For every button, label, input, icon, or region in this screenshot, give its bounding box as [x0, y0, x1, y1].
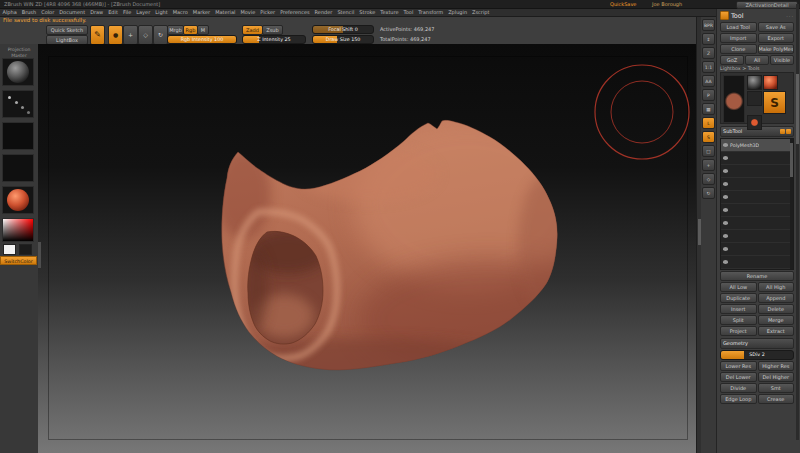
actual-icon[interactable]: 1:1: [702, 61, 715, 73]
visibility-eye-icon[interactable]: [723, 221, 728, 225]
menu-zplugin[interactable]: Zplugin: [446, 9, 470, 16]
menu-draw[interactable]: Draw: [88, 9, 106, 16]
sdiv-slider[interactable]: SDiv 2: [720, 350, 794, 360]
tool-visible-button[interactable]: Visible: [770, 55, 794, 65]
panel-scrollbar[interactable]: [796, 4, 799, 440]
subtool-delete-button[interactable]: Delete: [758, 304, 795, 314]
subtool-insert-button[interactable]: Insert: [720, 304, 757, 314]
geometry-lower-res-button[interactable]: Lower Res: [720, 361, 757, 371]
subtool-item-3[interactable]: [721, 178, 793, 191]
geometry-del-higher-button[interactable]: Del Higher: [758, 372, 795, 382]
viewport-canvas[interactable]: [38, 44, 696, 453]
subtool-all-low-button[interactable]: All Low: [720, 282, 757, 292]
menu-file[interactable]: File: [120, 9, 133, 16]
menu-alpha[interactable]: Alpha: [0, 9, 19, 16]
draw-size-slider[interactable]: Draw Size 150: [312, 35, 374, 44]
tool-make-polymesh3d-button[interactable]: Make PolyMesh3D: [758, 44, 795, 54]
quicksave-button[interactable]: QuickSave: [610, 0, 636, 8]
simplebrush-thumbnail[interactable]: S: [763, 91, 786, 114]
texture-thumbnail[interactable]: [2, 154, 34, 182]
tool-import-button[interactable]: Import: [720, 33, 757, 43]
switch-color-button[interactable]: SwitchColor: [0, 256, 37, 265]
subtool-project-button[interactable]: Project: [720, 326, 757, 336]
menu-marker[interactable]: Marker: [190, 9, 212, 16]
subtool-duplicate-button[interactable]: Duplicate: [720, 293, 757, 303]
material-thumbnail[interactable]: [2, 186, 34, 214]
subtool-merge-button[interactable]: Merge: [758, 315, 795, 325]
aahalf-icon[interactable]: AA: [702, 75, 715, 87]
visibility-eye-icon[interactable]: [723, 247, 728, 251]
menu-color[interactable]: Color: [39, 9, 57, 16]
move-icon[interactable]: +: [702, 159, 715, 171]
geometry-crease-button[interactable]: Crease: [758, 394, 795, 404]
subtool-item-1[interactable]: [721, 152, 793, 165]
menu-preferences[interactable]: Preferences: [278, 9, 312, 16]
subtool-rename-button[interactable]: Rename: [720, 271, 794, 281]
palette-menu-dots-icon[interactable]: ···: [786, 13, 794, 19]
tool-save-as-button[interactable]: Save As: [758, 22, 795, 32]
floor-icon[interactable]: ▦: [702, 103, 715, 115]
stroke-thumbnail[interactable]: [2, 90, 34, 118]
bpr-icon[interactable]: BPR: [702, 19, 715, 31]
tool-export-button[interactable]: Export: [758, 33, 795, 43]
subtool-split-button[interactable]: Split: [720, 315, 757, 325]
subtool-item-0[interactable]: PolyMesh3D: [721, 139, 793, 152]
menu-macro[interactable]: Macro: [170, 9, 190, 16]
quick-sketch-button[interactable]: Quick Sketch: [46, 25, 88, 35]
subtool-extract-button[interactable]: Extract: [758, 326, 795, 336]
visibility-eye-icon[interactable]: [723, 169, 728, 173]
sculpt-model[interactable]: [208, 119, 618, 390]
menu-texture[interactable]: Texture: [378, 9, 401, 16]
color-picker[interactable]: [2, 218, 34, 242]
main-color-swatch[interactable]: [3, 244, 16, 255]
alpha-thumbnail[interactable]: [2, 122, 34, 150]
visibility-eye-icon[interactable]: [723, 143, 728, 147]
subtool-append-button[interactable]: Append: [758, 293, 795, 303]
draw-tool-button[interactable]: ●: [108, 25, 123, 45]
tool-load-tool-button[interactable]: Load Tool: [720, 22, 757, 32]
menu-layer[interactable]: Layer: [134, 9, 153, 16]
local-icon[interactable]: L: [702, 117, 715, 129]
empty-tool-slot[interactable]: [747, 91, 762, 106]
zadd-button[interactable]: Zadd: [242, 25, 263, 35]
menu-tool[interactable]: Tool: [401, 9, 416, 16]
frame-icon[interactable]: □: [702, 145, 715, 157]
rotate-tool-button[interactable]: ↻: [153, 25, 168, 45]
polymesh-sphere-thumbnail[interactable]: [747, 75, 762, 90]
focal-shift-slider[interactable]: Focal Shift 0: [312, 25, 374, 34]
activation-detail-button[interactable]: ZActivationDetail: [736, 1, 798, 9]
zoom-icon[interactable]: Z: [702, 47, 715, 59]
m-button[interactable]: M: [197, 25, 209, 35]
scale-icon[interactable]: ◇: [702, 173, 715, 185]
subtool-item-2[interactable]: [721, 165, 793, 178]
subtool-scrollbar[interactable]: [790, 139, 793, 269]
menu-stencil[interactable]: Stencil: [335, 9, 357, 16]
subtool-item-6[interactable]: [721, 217, 793, 230]
subtool-item-5[interactable]: [721, 204, 793, 217]
geometry-smt-button[interactable]: Smt: [758, 383, 795, 393]
lightbox-button[interactable]: LightBox: [46, 35, 88, 45]
menu-movie[interactable]: Movie: [238, 9, 258, 16]
menu-document[interactable]: Document: [57, 9, 88, 16]
geometry-edge-loop-button[interactable]: Edge Loop: [720, 394, 757, 404]
projection-master-label[interactable]: Projection Master: [0, 47, 38, 58]
red-dot-thumbnail[interactable]: [747, 115, 762, 130]
visibility-eye-icon[interactable]: [723, 156, 728, 160]
menu-render[interactable]: Render: [312, 9, 335, 16]
visibility-eye-icon[interactable]: [723, 208, 728, 212]
visibility-eye-icon[interactable]: [723, 234, 728, 238]
red-sphere-thumbnail[interactable]: [763, 75, 778, 90]
menu-transform[interactable]: Transform: [416, 9, 446, 16]
menu-brush[interactable]: Brush: [19, 9, 38, 16]
secondary-color-swatch[interactable]: [19, 244, 32, 255]
menu-light[interactable]: Light: [153, 9, 170, 16]
rotate-icon[interactable]: ↻: [702, 187, 715, 199]
tool-goz-button[interactable]: GoZ: [720, 55, 744, 65]
rgb-button[interactable]: Rgb: [183, 25, 198, 35]
visibility-eye-icon[interactable]: [723, 195, 728, 199]
menu-stroke[interactable]: Stroke: [357, 9, 378, 16]
menu-zscript[interactable]: Zscript: [470, 9, 492, 16]
tool-all-button[interactable]: All: [745, 55, 769, 65]
subtool-item-4[interactable]: [721, 191, 793, 204]
lsym-icon[interactable]: S: [702, 131, 715, 143]
